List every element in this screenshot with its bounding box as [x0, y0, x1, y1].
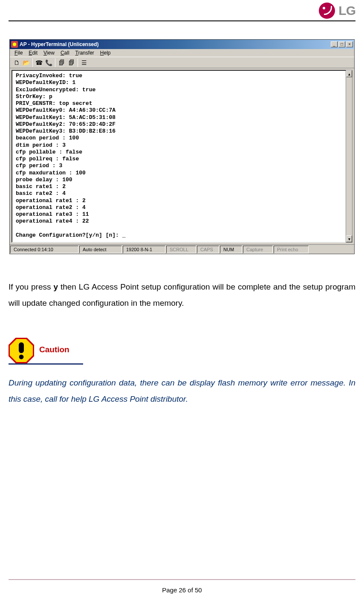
- menu-view[interactable]: View: [40, 49, 58, 56]
- vertical-scrollbar[interactable]: ▴ ▾: [346, 70, 352, 243]
- phone-disconnect-icon[interactable]: 📞: [44, 58, 54, 67]
- caution-header: Caution: [9, 338, 83, 365]
- page-footer: Page 26 of 50: [0, 586, 364, 594]
- status-scroll: SCROLL: [166, 246, 196, 253]
- status-printecho: Print echo: [274, 246, 309, 253]
- svg-rect-1: [19, 342, 24, 353]
- toolbar-separator: [78, 58, 78, 67]
- terminal-output: PrivacyInvoked: true WEPDefaultKeyID: 1 …: [16, 72, 348, 239]
- lg-logo-text: LG: [338, 3, 355, 18]
- caution-text: During updating configuration data, ther…: [9, 375, 355, 407]
- scroll-down-icon[interactable]: ▾: [346, 235, 352, 242]
- new-doc-icon[interactable]: 🗋: [12, 58, 21, 67]
- maximize-button[interactable]: □: [338, 41, 345, 47]
- send-icon[interactable]: 🗐: [57, 58, 66, 67]
- page-header: LG: [9, 0, 355, 20]
- open-folder-icon[interactable]: 📂: [21, 58, 31, 67]
- menu-help[interactable]: Help: [97, 49, 114, 56]
- menu-transfer[interactable]: Transfer: [72, 49, 97, 56]
- para-suffix: then LG Access Point setup configuration…: [9, 282, 355, 307]
- hyperterminal-window: AP - HyperTerminal (Unlicensed) _ □ × Fi…: [9, 39, 355, 254]
- scroll-up-icon[interactable]: ▴: [346, 70, 352, 77]
- lg-logo: LG: [319, 3, 355, 19]
- toolbar-separator: [55, 58, 55, 67]
- statusbar: Connected 0:14:10 Auto detect 19200 8-N-…: [10, 244, 354, 254]
- svg-point-2: [19, 355, 24, 359]
- footer-divider: [9, 579, 355, 580]
- toolbar: 🗋 📂 ☎ 📞 🗐 🗐 ☰: [10, 57, 354, 68]
- para-prefix: If you press: [9, 282, 53, 291]
- terminal-wrap: PrivacyInvoked: true WEPDefaultKeyID: 1 …: [10, 68, 354, 244]
- status-caps: CAPS: [197, 246, 219, 253]
- minimize-button[interactable]: _: [331, 41, 338, 47]
- menu-call[interactable]: Call: [58, 49, 72, 56]
- lg-face-icon: [319, 3, 335, 19]
- phone-connect-icon[interactable]: ☎: [34, 58, 44, 67]
- status-connected: Connected 0:14:10: [10, 246, 78, 253]
- toolbar-separator: [32, 58, 33, 67]
- menu-edit[interactable]: Edit: [26, 49, 40, 56]
- status-detect: Auto detect: [79, 246, 122, 253]
- menubar: File Edit View Call Transfer Help: [10, 49, 354, 57]
- close-button[interactable]: ×: [346, 41, 353, 47]
- app-icon: [11, 41, 18, 48]
- properties-icon[interactable]: ☰: [79, 58, 89, 67]
- header-divider: [9, 20, 355, 21]
- status-baud: 19200 8-N-1: [123, 246, 165, 253]
- status-num: NUM: [220, 246, 242, 253]
- status-capture: Capture: [243, 246, 273, 253]
- caution-section: Caution During updating configuration da…: [9, 338, 355, 407]
- terminal-viewport[interactable]: PrivacyInvoked: true WEPDefaultKeyID: 1 …: [12, 70, 352, 243]
- body-paragraph: If you press y then LG Access Point setu…: [9, 279, 355, 311]
- titlebar: AP - HyperTerminal (Unlicensed) _ □ ×: [10, 40, 354, 49]
- caution-label: Caution: [39, 345, 69, 356]
- stop-sign-icon: [9, 338, 34, 363]
- window-title: AP - HyperTerminal (Unlicensed): [20, 41, 330, 47]
- para-bold: y: [53, 282, 58, 291]
- menu-file[interactable]: File: [12, 49, 26, 56]
- receive-icon[interactable]: 🗐: [66, 58, 76, 67]
